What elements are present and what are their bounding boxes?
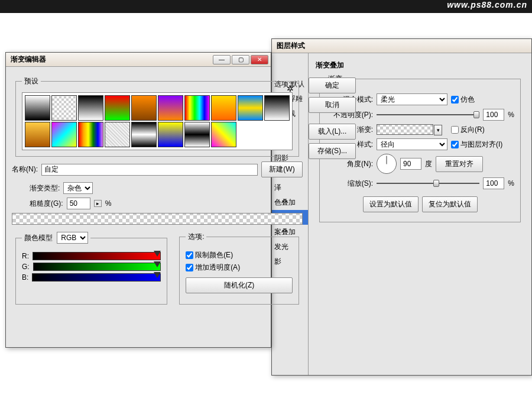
- preset-swatch[interactable]: [78, 95, 103, 121]
- layer-style-titlebar[interactable]: 图层样式: [272, 39, 531, 53]
- channel-g-label: G:: [22, 263, 30, 271]
- minimize-icon[interactable]: —: [213, 55, 231, 64]
- preset-swatch[interactable]: [158, 122, 183, 147]
- options-fieldset: 选项: 限制颜色(E) 增加透明度(A) 随机化(Z): [179, 232, 299, 305]
- gear-icon[interactable]: ✲: [287, 84, 294, 93]
- close-icon[interactable]: ✕: [251, 55, 268, 64]
- roughness-label: 粗糙度(G):: [30, 199, 63, 209]
- preset-swatch[interactable]: [211, 95, 236, 121]
- channel-b-slider[interactable]: [32, 273, 161, 282]
- preset-swatch[interactable]: [105, 95, 130, 121]
- preset-swatch[interactable]: [25, 122, 50, 147]
- preset-swatch[interactable]: [238, 95, 263, 121]
- preset-swatch[interactable]: [184, 95, 210, 121]
- roughness-dropdown-icon[interactable]: ▸: [94, 200, 102, 207]
- percent-label: %: [508, 111, 514, 119]
- color-model-label: 颜色模型: [24, 234, 53, 242]
- cancel-button[interactable]: 取消: [309, 97, 356, 113]
- new-button[interactable]: 新建(W): [261, 161, 303, 177]
- gradient-preview-bar[interactable]: [12, 213, 303, 225]
- presets-legend: 预设: [22, 76, 41, 86]
- preset-swatch[interactable]: [131, 122, 157, 147]
- opacity-input[interactable]: [483, 109, 504, 121]
- style-select[interactable]: 径向: [377, 138, 447, 150]
- watermark-bar: www.ps88.com.cn: [0, 0, 532, 13]
- gradient-type-label: 渐变类型:: [30, 183, 60, 193]
- make-default-button[interactable]: 设置为默认值: [363, 196, 419, 212]
- panel-title: 渐变叠加: [316, 60, 524, 70]
- percent-label: %: [508, 179, 514, 187]
- channel-r-slider[interactable]: [33, 252, 161, 260]
- angle-input[interactable]: [400, 158, 421, 170]
- preset-swatch[interactable]: [105, 122, 130, 147]
- reverse-checkbox[interactable]: 反向(R): [451, 125, 485, 135]
- add-transparency-checkbox[interactable]: 增加透明度(A): [186, 263, 240, 271]
- load-button[interactable]: 载入(L)...: [309, 124, 356, 140]
- reset-default-button[interactable]: 复位为默认值: [422, 196, 478, 212]
- preset-swatch[interactable]: [264, 95, 290, 121]
- preset-swatch[interactable]: [78, 122, 103, 147]
- channel-g-slider[interactable]: [33, 263, 161, 271]
- maximize-icon[interactable]: ▢: [232, 55, 249, 64]
- gradient-editor-title: 渐变编辑器: [8, 54, 213, 64]
- preset-swatch[interactable]: [158, 95, 183, 121]
- gradient-editor-titlebar[interactable]: 渐变编辑器 — ▢ ✕: [6, 53, 271, 67]
- scale-slider[interactable]: [377, 180, 479, 187]
- opacity-slider[interactable]: [377, 111, 479, 118]
- preset-swatch[interactable]: [211, 122, 236, 147]
- channel-b-label: B:: [22, 273, 28, 282]
- name-label: 名称(N):: [12, 164, 38, 174]
- preset-swatch[interactable]: [131, 95, 157, 121]
- save-button[interactable]: 存储(S)...: [309, 143, 356, 159]
- gradient-swatch[interactable]: ▾: [377, 124, 433, 135]
- gradient-type-select[interactable]: 杂色: [63, 182, 93, 194]
- layer-style-title: 图层样式: [274, 41, 529, 51]
- percent-label: %: [105, 199, 112, 208]
- channel-r-label: R:: [22, 252, 29, 260]
- preset-swatch[interactable]: [184, 122, 210, 147]
- preset-grid: [22, 92, 293, 150]
- dither-checkbox[interactable]: 仿色: [451, 95, 475, 105]
- name-input[interactable]: [41, 164, 258, 176]
- presets-fieldset: 预设 ✲: [15, 76, 299, 157]
- align-checkbox[interactable]: 与图层对齐(I): [451, 140, 502, 150]
- angle-dial[interactable]: [377, 154, 397, 174]
- preset-swatch[interactable]: [25, 95, 50, 121]
- degree-label: 度: [425, 159, 432, 169]
- preset-swatch[interactable]: [51, 95, 77, 121]
- gradient-dropdown-icon[interactable]: ▾: [434, 125, 442, 135]
- color-model-fieldset: 颜色模型 RGB R: G: B:: [15, 232, 167, 305]
- preset-swatch[interactable]: [51, 122, 77, 147]
- randomize-button[interactable]: 随机化(Z): [186, 277, 293, 293]
- gradient-editor-dialog: 渐变编辑器 — ▢ ✕ 预设 ✲: [5, 52, 271, 348]
- scale-input[interactable]: [483, 177, 504, 189]
- blend-mode-select[interactable]: 柔光: [377, 93, 447, 105]
- restrict-colors-checkbox[interactable]: 限制颜色(E): [186, 251, 233, 259]
- watermark-text: www.ps88.com.cn: [447, 0, 527, 9]
- roughness-input[interactable]: [67, 198, 90, 209]
- reset-align-button[interactable]: 重置对齐: [436, 156, 483, 172]
- color-model-select[interactable]: RGB: [57, 232, 88, 244]
- options-legend: 选项:: [186, 232, 206, 242]
- ok-button[interactable]: 确定: [309, 77, 356, 93]
